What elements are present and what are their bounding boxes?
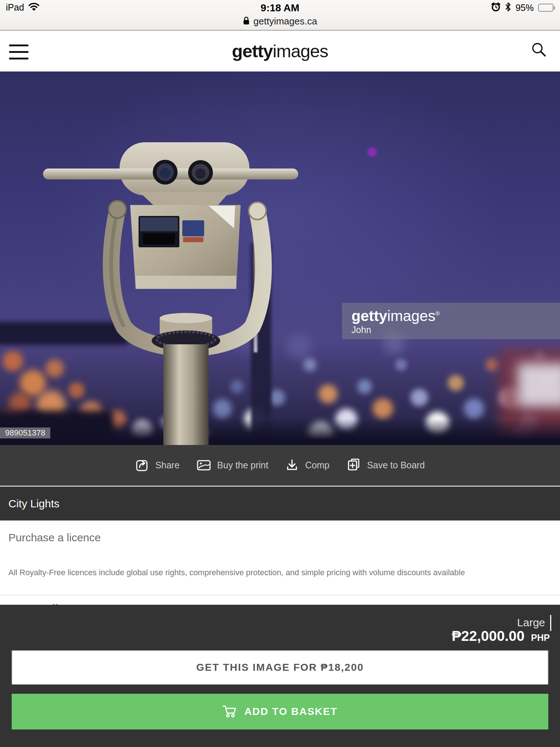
watermark-reg: ®: [435, 310, 440, 317]
battery-icon: [538, 4, 555, 12]
buy-print-button[interactable]: Buy the print: [197, 458, 268, 472]
get-image-button[interactable]: GET THIS IMAGE FOR ₱18,200: [12, 650, 548, 685]
clock: 9:18 AM: [0, 2, 560, 14]
buy-print-label: Buy the print: [217, 460, 268, 471]
share-icon: [135, 458, 149, 472]
battery-percent: 95%: [516, 3, 534, 13]
price-currency: PHP: [531, 632, 550, 643]
picture-icon: [197, 458, 211, 472]
lock-icon: [243, 16, 250, 27]
url-text: gettyimages.ca: [253, 16, 317, 27]
save-to-board-label: Save to Board: [367, 460, 425, 471]
address-bar[interactable]: gettyimages.ca: [0, 14, 560, 28]
watermark-bold: getty: [351, 307, 387, 324]
purchase-description: All Royalty-Free licences include global…: [8, 568, 548, 577]
image-title-bar: City Lights: [0, 487, 560, 520]
clipped-text-artifact: tt: [52, 601, 60, 605]
checkout-panel: Large ₱22,000.00 PHP GET THIS IMAGE FOR …: [0, 605, 560, 747]
comp-label: Comp: [305, 460, 330, 471]
purple-bokeh-dot: [368, 147, 377, 157]
purchase-section: Purchase a licence All Royalty-Free lice…: [0, 520, 560, 605]
gettyimages-logo[interactable]: gettyimages: [0, 41, 560, 61]
alarm-icon: [491, 2, 501, 13]
image-id-badge: 989051378: [0, 427, 50, 438]
comp-button[interactable]: Comp: [285, 458, 330, 472]
share-label: Share: [155, 460, 180, 471]
ios-status-bar: iPad 9:18 AM: [0, 0, 560, 31]
site-header: gettyimages: [0, 31, 560, 71]
add-to-basket-label: ADD TO BASKET: [244, 706, 338, 717]
price-amount: ₱22,000.00: [452, 628, 525, 644]
logo-bold: getty: [232, 41, 273, 61]
save-to-board-button[interactable]: Save to Board: [346, 458, 425, 472]
screen: iPad 9:18 AM: [0, 0, 560, 747]
share-button[interactable]: Share: [135, 458, 180, 472]
section-divider: [0, 595, 560, 595]
getty-watermark: gettyimages® John: [342, 303, 560, 339]
price-row: ₱22,000.00 PHP: [452, 628, 550, 644]
save-board-icon: [346, 458, 361, 472]
logo-light: images: [273, 41, 328, 61]
watermark-light: images: [387, 307, 435, 324]
cart-icon: [222, 705, 238, 719]
tower-viewer-binoculars: [0, 71, 560, 445]
bluetooth-icon: [505, 2, 511, 13]
action-bar: Share Buy the print Comp: [0, 445, 560, 486]
size-label: Large: [517, 616, 545, 629]
purchase-heading: Purchase a licence: [8, 531, 101, 544]
watermark-credit: John: [351, 325, 560, 335]
add-to-basket-button[interactable]: ADD TO BASKET: [12, 694, 548, 729]
get-image-label: GET THIS IMAGE FOR ₱18,200: [196, 662, 364, 673]
image-title: City Lights: [8, 498, 59, 510]
stock-photo[interactable]: gettyimages® John 989051378: [0, 71, 560, 445]
size-divider: [550, 615, 551, 631]
download-icon: [285, 458, 299, 472]
search-icon[interactable]: [531, 42, 547, 58]
